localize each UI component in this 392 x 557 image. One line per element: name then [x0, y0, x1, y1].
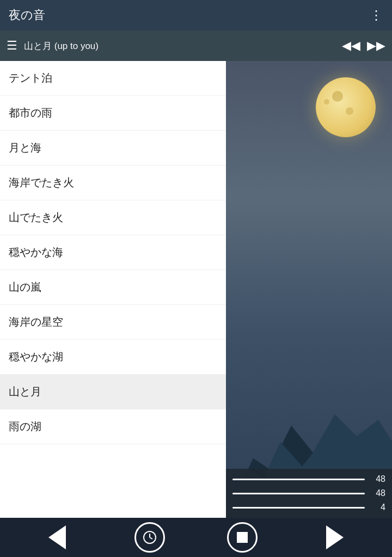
forward-arrow-icon	[326, 525, 344, 549]
volume-slider[interactable]	[232, 479, 365, 480]
scene-background: 48484	[226, 61, 392, 518]
playlist-item[interactable]: 穏やかな海	[0, 235, 226, 270]
volume-slider[interactable]	[232, 493, 365, 494]
playlist: テント泊都市の雨月と海海岸でたき火山でたき火穏やかな海山の嵐海岸の星空穏やかな湖…	[0, 61, 226, 518]
volume-value: 4	[369, 503, 385, 512]
playlist-item[interactable]: 海岸でたき火	[0, 166, 226, 200]
toolbar: ☰ 山と月 (up to you) ◀◀ ▶▶	[0, 30, 392, 61]
playlist-item[interactable]: 都市の雨	[0, 96, 226, 131]
volume-row: 48	[232, 474, 385, 484]
volume-panel: 48484	[226, 469, 392, 518]
playlist-item[interactable]: 山でたき火	[0, 200, 226, 235]
clock-icon	[142, 530, 157, 545]
playlist-item[interactable]: 月と海	[0, 131, 226, 166]
volume-row: 48	[232, 488, 385, 498]
moon-crater	[332, 91, 343, 102]
main-content: テント泊都市の雨月と海海岸でたき火山でたき火穏やかな海山の嵐海岸の星空穏やかな湖…	[0, 61, 392, 518]
svg-line-4	[150, 537, 152, 539]
prev-button[interactable]: ◀◀	[342, 39, 360, 53]
playlist-item[interactable]: 雨の湖	[0, 409, 226, 444]
next-button[interactable]: ▶▶	[367, 39, 385, 53]
playlist-item[interactable]: 山と月	[0, 375, 226, 409]
stop-button[interactable]	[227, 522, 258, 553]
volume-slider[interactable]	[232, 507, 365, 509]
more-icon[interactable]: ⋮	[370, 8, 383, 23]
volume-value: 48	[369, 488, 385, 498]
playlist-item[interactable]: 海岸の星空	[0, 305, 226, 340]
app-title: 夜の音	[9, 7, 45, 23]
right-panel: 48484	[226, 61, 392, 518]
back-button[interactable]	[42, 522, 72, 553]
playlist-item[interactable]: 山の嵐	[0, 270, 226, 305]
playlist-item[interactable]: 穏やかな湖	[0, 340, 226, 375]
clock-button[interactable]	[134, 522, 165, 553]
moon-crater	[324, 99, 329, 105]
volume-value: 48	[369, 474, 385, 484]
app-bar: 夜の音 ⋮	[0, 0, 392, 30]
forward-button[interactable]	[320, 522, 350, 553]
stop-icon	[237, 532, 248, 543]
menu-icon[interactable]: ☰	[7, 39, 17, 53]
toolbar-title: 山と月 (up to you)	[24, 40, 335, 52]
moon	[316, 77, 376, 137]
moon-crater	[346, 107, 353, 115]
bottom-nav	[0, 518, 392, 557]
back-arrow-icon	[48, 525, 66, 549]
playlist-item[interactable]: テント泊	[0, 61, 226, 96]
volume-row: 4	[232, 503, 385, 512]
